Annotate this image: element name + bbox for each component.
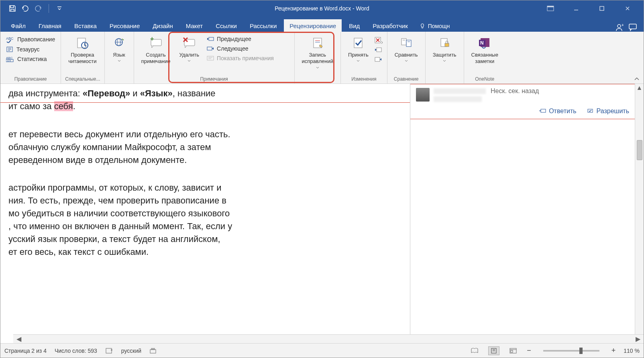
redo-icon[interactable] [33, 4, 43, 13]
new-comment-button[interactable]: + Создать примечание [138, 35, 174, 66]
group-label-proofing: Правописание [4, 75, 57, 83]
undo-icon[interactable] [20, 4, 30, 13]
horizontal-scrollbar[interactable]: ◀ ▶ [13, 334, 644, 343]
tab-mailings[interactable]: Рассылки [244, 19, 282, 32]
linked-notes-button[interactable]: N Связанные заметки [468, 35, 501, 66]
zoom-slider[interactable] [543, 350, 599, 352]
previous-comment-button[interactable]: Предыдущее [205, 35, 275, 43]
group-protect: Защитить [426, 32, 464, 83]
vertical-scrollbar[interactable]: ▲ ▼ [635, 84, 644, 343]
comment-connector-line [0, 102, 410, 103]
zoom-out-button[interactable]: − [527, 346, 531, 355]
onenote-icon: N [477, 36, 492, 50]
chevron-down-icon [316, 67, 319, 69]
reject-button[interactable] [374, 36, 383, 44]
language-button[interactable]: Язык [109, 35, 130, 63]
spelling-button[interactable]: ABC Правописание [4, 35, 57, 44]
read-mode-icon[interactable] [469, 346, 480, 355]
accept-icon [351, 36, 365, 50]
track-changes-icon [310, 36, 325, 50]
svg-text:ABC: ABC [6, 37, 14, 41]
group-onenote: N Связанные заметки OneNote [464, 32, 505, 83]
document-area[interactable]: два инструмента: «Перевод» и «Язык», наз… [0, 84, 410, 343]
tab-draw[interactable]: Рисование [104, 19, 146, 32]
zoom-level[interactable]: 110 % [624, 348, 640, 354]
maximize-icon[interactable] [594, 4, 610, 12]
scroll-thumb[interactable] [637, 140, 642, 160]
reply-icon [539, 108, 546, 114]
statistics-icon: ABC123 [6, 56, 15, 62]
comment-author [434, 88, 486, 94]
svg-rect-48 [151, 348, 153, 350]
track-changes-button[interactable]: Запись исправлений [299, 35, 336, 69]
zoom-in-button[interactable]: + [611, 346, 616, 355]
scroll-left-icon[interactable]: ◀ [15, 335, 23, 343]
ribbon-tabs: Файл Главная Вставка Рисование Дизайн Ма… [0, 16, 644, 32]
svg-rect-25 [207, 56, 214, 60]
next-change-button[interactable] [374, 56, 383, 63]
check-accessibility-button[interactable]: Проверка читаемости [65, 35, 100, 66]
thesaurus-button[interactable]: Тезаурус [4, 45, 57, 53]
resolve-button[interactable]: Разрешить [587, 108, 629, 115]
tell-me-search[interactable]: Помощн [415, 23, 454, 32]
tab-home[interactable]: Главная [33, 19, 67, 32]
scroll-right-icon[interactable]: ▶ [634, 335, 642, 343]
tab-view[interactable]: Вид [343, 19, 365, 32]
delete-comment-button[interactable]: Удалить [176, 35, 202, 63]
comment-card[interactable]: Неск. сек. назад Ответить Разрешить [410, 84, 635, 119]
svg-rect-44 [541, 109, 546, 112]
close-icon[interactable] [620, 4, 636, 12]
ribbon: ABC Правописание Тезаурус ABC123 Статист… [0, 32, 644, 84]
tab-insert[interactable]: Вставка [69, 19, 102, 32]
word-count[interactable]: Число слов: 593 [55, 348, 97, 354]
tab-references[interactable]: Ссылки [210, 19, 243, 32]
comments-icon[interactable] [628, 23, 638, 31]
chevron-down-icon [357, 60, 360, 62]
svg-point-4 [618, 24, 621, 28]
thesaurus-icon [6, 46, 14, 53]
tab-layout[interactable]: Макет [180, 19, 208, 32]
compare-icon [399, 36, 414, 50]
tab-design[interactable]: Дизайн [147, 19, 178, 32]
protect-button[interactable]: Защитить [430, 35, 460, 63]
svg-rect-31 [354, 38, 362, 48]
svg-rect-33 [377, 48, 381, 52]
group-proofing: ABC Правописание Тезаурус ABC123 Статист… [0, 32, 61, 83]
svg-rect-40 [445, 43, 449, 47]
scroll-up-icon[interactable]: ▲ [636, 84, 644, 92]
group-label-changes: Изменения [345, 75, 383, 83]
reply-button[interactable]: Ответить [539, 108, 576, 115]
statistics-button[interactable]: ABC123 Статистика [4, 55, 57, 63]
print-layout-icon[interactable] [488, 346, 499, 355]
save-icon[interactable] [8, 4, 17, 13]
tab-file[interactable]: Файл [5, 19, 31, 32]
macro-recording-icon[interactable] [149, 348, 157, 354]
show-comments-button: Показать примечания [205, 54, 275, 62]
language-icon [112, 36, 126, 50]
next-comment-button[interactable]: Следующее [205, 45, 275, 53]
share-icon[interactable]: + [615, 23, 624, 32]
proofing-status-icon[interactable] [105, 347, 113, 354]
previous-change-button[interactable] [374, 46, 383, 53]
comment-timestamp: Неск. сек. назад [491, 87, 539, 95]
resolve-icon [587, 108, 594, 114]
svg-rect-6 [629, 24, 636, 29]
collapse-ribbon-icon[interactable] [634, 77, 640, 81]
svg-rect-1 [547, 6, 554, 7]
group-label-comments: Примечания [138, 75, 290, 83]
tab-developer[interactable]: Разработчик [367, 19, 413, 32]
group-label-onenote: OneNote [468, 75, 501, 83]
web-layout-icon[interactable] [507, 346, 519, 355]
minimize-icon[interactable] [568, 4, 584, 12]
ribbon-display-icon[interactable] [542, 4, 558, 12]
delete-comment-icon [182, 36, 196, 50]
group-tracking: Запись исправлений [295, 32, 341, 83]
language-indicator[interactable]: русский [121, 348, 141, 354]
tab-review[interactable]: Рецензирование [284, 19, 342, 32]
qat-customize-icon[interactable] [55, 4, 64, 13]
accept-button[interactable]: Принять [345, 35, 372, 63]
status-bar: Страница 2 из 4 Число слов: 593 русский … [0, 343, 644, 358]
chevron-down-icon [443, 60, 446, 62]
compare-button[interactable]: Сравнить [391, 35, 421, 63]
page-indicator[interactable]: Страница 2 из 4 [4, 348, 47, 354]
